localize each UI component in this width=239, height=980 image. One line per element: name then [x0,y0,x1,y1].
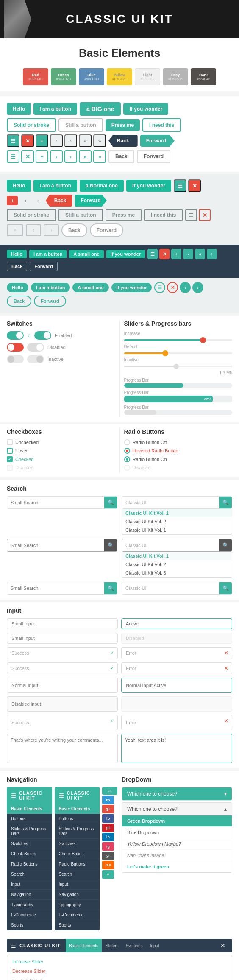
mini-back[interactable]: Back [7,262,27,271]
navbar-link-basic[interactable]: Basic Elements [66,939,102,952]
navbar-dd-inactive[interactable]: Inactive Slider [7,976,232,980]
checkbox-unchecked[interactable] [7,439,13,445]
arrow-left-btn1[interactable]: « [79,134,92,147]
outlined-wonder[interactable]: If you wonder [111,283,152,292]
flat-fwd-outline[interactable]: Forward [90,223,123,237]
nav-social-fb[interactable]: fb [102,814,114,823]
switch-enabled-on[interactable] [7,331,24,340]
flat-hello-btn[interactable]: Hello [7,180,31,192]
input-success-3[interactable] [7,715,106,730]
flat-still-btn[interactable]: Still a button [58,209,103,221]
chevron-left-outline[interactable]: ‹ [50,150,63,163]
search-input-4[interactable] [122,539,219,551]
radio-off[interactable] [124,439,130,445]
search-input-2[interactable] [122,497,219,508]
nav-item-ecommerce[interactable]: E-Commerce [7,910,52,920]
flat-press-btn[interactable]: Press me [106,209,142,221]
i-need-button[interactable]: I need this [142,118,181,132]
radio-on[interactable] [124,456,130,462]
nav-item-typography[interactable]: Typography [7,900,52,910]
nav-item-sports[interactable]: Sports [7,920,52,930]
checkbox-hover[interactable] [7,448,13,454]
navbar-link-sliders[interactable]: Sliders [102,939,122,952]
flat-wonder-btn[interactable]: If you wonder [126,180,171,192]
round-menu[interactable]: ☰ [154,282,165,293]
nav-item-search[interactable]: Search [7,869,52,879]
flat-back-outline[interactable]: Back [61,223,87,237]
nav-item-switches-2[interactable]: Switches [55,839,100,849]
nav-item-typography-2[interactable]: Typography [55,900,100,910]
navbar-dd-increase[interactable]: Increase Slider [7,957,232,966]
outlined-iam[interactable]: I am a button [31,283,70,292]
nav-item-input-2[interactable]: Input [55,879,100,890]
search-btn-1[interactable]: 🔍 [104,497,117,508]
outlined-small[interactable]: A small one [72,283,108,292]
flat-need-btn[interactable]: I need this [144,209,183,221]
navbar-dd-decrease[interactable]: Decrease Slider [7,966,232,976]
chevron-right-outline[interactable]: › [64,150,77,163]
flat-plus-btn[interactable]: + [7,196,18,205]
big-one-button[interactable]: a BIG one [80,102,121,116]
slider-default-thumb[interactable] [162,350,168,356]
nav-item-buttons[interactable]: Buttons [7,814,52,824]
input-active[interactable] [121,618,232,629]
mini-left-btn[interactable]: ‹ [171,249,181,259]
hello-button[interactable]: Hello [7,103,31,115]
flat-chev-left[interactable]: ‹ [20,196,31,205]
chevron-left-btn1[interactable]: ‹ [50,134,63,147]
radio-hovered[interactable] [124,448,130,454]
mini-menu-btn[interactable]: ☰ [147,249,158,259]
outlined-back[interactable]: Back [7,296,31,307]
nav-social-rs[interactable]: rss [102,861,114,869]
flat-close-btn[interactable]: ✕ [188,179,201,192]
flat-chev-l-outline[interactable]: ‹ [26,224,41,236]
if-you-wonder-button[interactable]: If you wonder [123,103,168,115]
nav-item-basic-2[interactable]: Basic Elements [55,804,100,814]
search-btn-6[interactable]: 🔍 [219,582,232,594]
search-result-4-1[interactable]: Classic UI Kit Vol. 1 [122,552,232,560]
flat-plus-outline[interactable]: + [7,224,23,236]
flat-normal-btn[interactable]: a Normal one [80,180,124,192]
mini-iam[interactable]: I am a button [29,250,67,258]
search-input-6[interactable] [122,582,219,594]
mini-small[interactable]: A small one [69,250,103,258]
dropdown-item-green[interactable]: Green Dropdown [122,815,232,826]
back-arrow-right[interactable]: Back [108,135,138,147]
mini-forward[interactable]: Forward [30,262,57,271]
menu-icon-button[interactable]: ☰ [7,134,19,147]
outlined-hello[interactable]: Hello [7,283,28,292]
input-small-2[interactable] [7,633,118,644]
nav-item-search-2[interactable]: Search [55,869,100,879]
search-result-2-1[interactable]: Classic UI Kit Vol. 1 [122,509,232,517]
flat-chev-r-outline[interactable]: › [44,224,59,236]
slider-increase-thumb[interactable] [200,337,206,343]
plus-outline-btn[interactable]: + [36,150,48,163]
switch-disabled-off[interactable] [27,343,44,352]
mini-dbl-right[interactable]: › [207,249,217,259]
textarea-2[interactable]: Yeah, text area it is! [121,734,232,763]
flat-iam-btn[interactable]: I am a button [33,180,77,192]
dropdown-header-open[interactable]: Which one to choose? ▴ [122,803,232,815]
nav-item-checkboxes-2[interactable]: Check Boxes [55,849,100,859]
dbl-right-outline[interactable]: » [93,150,106,163]
nav-item-sports-2[interactable]: Sports [55,920,100,930]
mini-hello[interactable]: Hello [7,250,27,258]
nav-social-yt[interactable]: yt [102,852,114,860]
search-btn-4[interactable]: 🔍 [219,539,232,551]
input-success-2[interactable] [7,663,106,674]
nav-item-ecommerce-2[interactable]: E-Commerce [55,910,100,920]
dropdown-header-teal[interactable]: Which one to choose? ▾ [122,787,232,800]
close-outline-btn[interactable]: ✕ [21,150,34,163]
navbar-hamburger-icon[interactable]: ☰ [11,943,16,949]
chevron-right-btn1[interactable]: › [64,134,77,147]
input-small-1[interactable] [7,618,118,629]
flat-close-outline[interactable]: ✕ [199,209,211,221]
search-btn-2[interactable]: 🔍 [219,497,232,508]
checkbox-checked[interactable]: ✓ [7,456,13,462]
flat-menu-btn[interactable]: ☰ [174,179,186,192]
flat-solid-btn[interactable]: Solid or stroke [7,209,56,221]
round-chev-r[interactable]: › [192,282,203,293]
nav-social-heart[interactable]: ♥ [102,870,114,879]
search-btn-3[interactable]: 🔍 [104,539,117,551]
nav-item-basic[interactable]: Basic Elements [7,804,52,814]
